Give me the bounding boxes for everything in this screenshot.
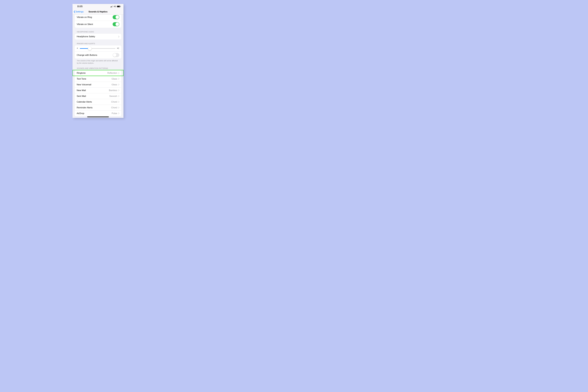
chevron-right-icon xyxy=(118,107,119,108)
section-header-headphone: HEADPHONE AUDIO xyxy=(72,28,124,34)
row-label: Sent Mail xyxy=(77,95,86,98)
row-value: Glass xyxy=(112,83,117,86)
speaker-low-icon xyxy=(77,47,78,50)
back-label: Settings xyxy=(76,10,84,13)
row-label: New Voicemail xyxy=(77,83,91,86)
signal-icon xyxy=(110,6,113,7)
chevron-right-icon xyxy=(118,95,119,97)
nav-bar: Settings Sounds & Haptics xyxy=(72,9,124,15)
row-value: Chord xyxy=(111,106,117,109)
row-value: Reflection xyxy=(107,72,117,74)
row-label: Ringtone xyxy=(77,72,86,74)
row-label: Text Tone xyxy=(77,78,86,80)
status-right: 4G xyxy=(110,5,120,8)
row-sound-new-voicemail[interactable]: New VoicemailGlass xyxy=(75,82,121,88)
home-indicator xyxy=(87,116,109,117)
sounds-group: RingtoneReflectionText ToneGlassNew Voic… xyxy=(75,70,121,116)
chevron-right-icon xyxy=(118,101,119,103)
chevron-right-icon xyxy=(118,90,119,91)
row-value: Pulse xyxy=(112,112,117,115)
iphone-screen: 11:21 4G Settings Sounds & Haptics Vibra… xyxy=(72,4,124,118)
row-vibrate-silent[interactable]: Vibrate on Silent xyxy=(75,21,121,28)
row-sound-new-mail[interactable]: New MailBamboo xyxy=(75,88,121,93)
row-label: Vibrate on Ring xyxy=(77,16,92,18)
ringer-footer-note: The volume of the ringer and alerts will… xyxy=(72,58,124,64)
status-time: 11:21 xyxy=(77,5,82,8)
row-sound-calendar-alerts[interactable]: Calendar AlertsChord xyxy=(75,99,121,105)
row-value: Bamboo xyxy=(109,89,117,92)
chevron-right-icon xyxy=(118,112,119,114)
network-label: 4G xyxy=(114,5,116,8)
row-label: Reminder Alerts xyxy=(77,106,92,109)
row-vibrate-ring[interactable]: Vibrate on Ring xyxy=(75,15,121,21)
status-bar: 11:21 4G xyxy=(72,4,124,9)
section-header-sounds: SOUNDS AND VIBRATION PATTERNS xyxy=(72,64,124,70)
toggle-vibrate-silent[interactable] xyxy=(113,22,119,26)
settings-content[interactable]: Vibrate on Ring Vibrate on Silent HEADPH… xyxy=(72,15,124,118)
chevron-right-icon xyxy=(118,72,119,74)
row-value: Swoosh xyxy=(109,95,117,98)
chevron-right-icon xyxy=(118,78,119,80)
vibrate-group: Vibrate on Ring Vibrate on Silent xyxy=(75,15,121,28)
chevron-right-icon xyxy=(118,84,119,86)
row-label: Change with Buttons xyxy=(77,54,97,56)
battery-icon xyxy=(117,6,120,7)
speaker-high-icon xyxy=(117,47,119,50)
row-label: Vibrate on Silent xyxy=(77,23,93,26)
toggle-vibrate-ring[interactable] xyxy=(113,15,119,19)
back-button[interactable]: Settings xyxy=(72,10,84,13)
row-value: Glass xyxy=(112,78,117,80)
headphone-group: Headphone Safety xyxy=(75,34,121,40)
row-sound-sent-mail[interactable]: Sent MailSwoosh xyxy=(75,93,121,99)
row-label: Headphone Safety xyxy=(77,35,95,38)
row-label: AirDrop xyxy=(77,112,84,115)
chevron-right-icon xyxy=(118,36,119,38)
row-sound-airdrop[interactable]: AirDropPulse xyxy=(75,110,121,116)
ringer-volume-slider[interactable] xyxy=(80,47,116,50)
row-ringer-slider[interactable] xyxy=(75,46,121,52)
row-change-with-buttons[interactable]: Change with Buttons xyxy=(75,52,121,58)
row-headphone-safety[interactable]: Headphone Safety xyxy=(75,34,121,40)
row-sound-reminder-alerts[interactable]: Reminder AlertsChord xyxy=(75,105,121,110)
row-label: New Mail xyxy=(77,89,86,92)
chevron-left-icon xyxy=(74,10,75,13)
row-label: Calendar Alerts xyxy=(77,100,92,103)
row-sound-ringtone[interactable]: RingtoneReflection xyxy=(75,70,121,76)
row-value: Chord xyxy=(111,100,117,103)
row-sound-text-tone[interactable]: Text ToneGlass xyxy=(75,76,121,82)
section-header-ringer: RINGER AND ALERTS xyxy=(72,40,124,46)
toggle-change-with-buttons[interactable] xyxy=(113,53,119,57)
ringer-group: Change with Buttons xyxy=(75,46,121,58)
